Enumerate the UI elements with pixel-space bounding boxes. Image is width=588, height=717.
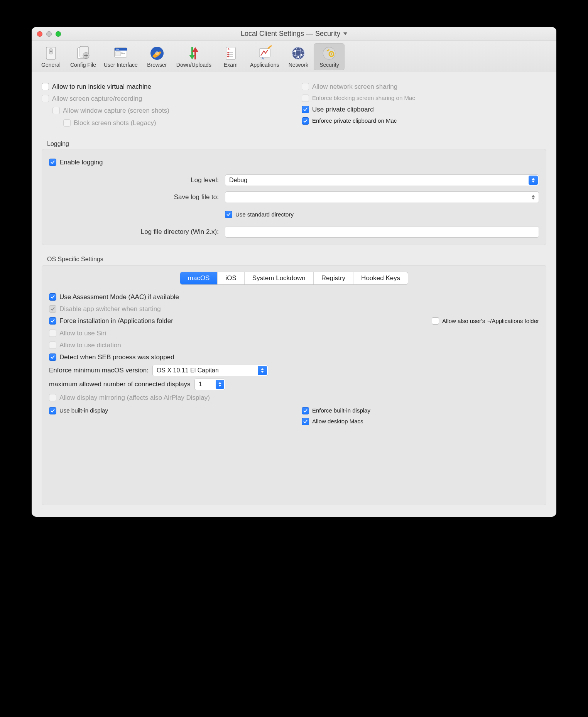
security-icon xyxy=(321,45,338,62)
updown-caret-icon xyxy=(216,380,224,389)
min-macos-select[interactable]: OS X 10.11 El Capitan xyxy=(152,365,268,376)
use-assessment-mode-label: Use Assessment Mode (AAC) if available xyxy=(59,292,179,302)
checkbox[interactable] xyxy=(42,83,49,90)
use-builtin-display-checkbox[interactable] xyxy=(49,407,56,414)
preferences-toolbar: GeneralConfig FileFileNewUser InterfaceB… xyxy=(32,41,556,72)
svg-point-13 xyxy=(155,51,159,55)
checkbox-label: Allow network screen sharing xyxy=(312,81,397,92)
checkbox-label: Block screen shots (Legacy) xyxy=(74,118,156,128)
svg-point-2 xyxy=(50,51,52,52)
svg-text:A-: A- xyxy=(228,48,231,51)
toolbar-tab-security[interactable]: Security xyxy=(314,43,345,70)
checkbox-label: Use private clipboard xyxy=(312,104,374,115)
force-install-applications-label: Force installation in /Applications fold… xyxy=(59,316,173,326)
logging-section-label: Logging xyxy=(47,140,546,147)
os-tab-macos[interactable]: macOS xyxy=(180,272,218,284)
toolbar-tab-applications[interactable]: AApplications xyxy=(246,43,283,70)
toolbar-tab-label: Security xyxy=(319,62,339,68)
log-level-select[interactable]: Debug xyxy=(225,174,539,186)
checkbox xyxy=(63,119,71,127)
checkbox xyxy=(302,83,309,90)
use-assessment-mode-checkbox[interactable] xyxy=(49,293,56,301)
toolbar-tab-user-interface[interactable]: FileNewUser Interface xyxy=(100,43,142,70)
updown-caret-icon xyxy=(529,193,538,202)
detect-seb-stopped-checkbox[interactable] xyxy=(49,353,56,361)
zoom-window-button[interactable] xyxy=(56,31,61,37)
os-specific-group: macOSiOSSystem LockdownRegistryHooked Ke… xyxy=(42,265,546,505)
allow-display-mirroring-checkbox xyxy=(49,394,56,401)
max-displays-select[interactable]: 1 xyxy=(194,379,225,390)
pane-security: Allow to run inside virtual machineAllow… xyxy=(32,72,556,517)
allow-siri-label: Allow to use Siri xyxy=(59,328,106,338)
log-level-value: Debug xyxy=(229,177,247,184)
enable-logging-checkbox[interactable] xyxy=(49,159,56,166)
svg-rect-16 xyxy=(259,49,270,57)
chevron-down-icon xyxy=(343,32,347,35)
checkbox-label: Allow to run inside virtual machine xyxy=(52,81,151,92)
preferences-window: Local Client Settings — Security General… xyxy=(32,27,556,517)
checkbox[interactable] xyxy=(302,117,309,125)
checkbox xyxy=(52,107,60,114)
toolbar-tab-general[interactable]: General xyxy=(35,43,66,70)
checkbox-label: Allow screen capture/recording xyxy=(52,93,142,104)
screensharing-clipboard-options: Allow network screen sharingEnforce bloc… xyxy=(302,80,546,130)
allow-desktop-macs-label: Allow desktop Macs xyxy=(312,417,363,426)
applications-icon: A xyxy=(256,45,273,62)
toolbar-tab-label: Network xyxy=(289,62,308,68)
os-tab-hooked-keys[interactable]: Hooked Keys xyxy=(353,272,408,284)
use-standard-directory-checkbox[interactable] xyxy=(225,211,232,218)
enable-logging-label: Enable logging xyxy=(59,157,103,167)
allow-dictation-checkbox xyxy=(49,342,56,349)
allow-display-mirroring-label: Allow display mirroring (affects also Ai… xyxy=(59,392,210,403)
toolbar-tab-label: Config File xyxy=(70,62,96,68)
toolbar-tab-label: Applications xyxy=(250,62,279,68)
updown-caret-icon xyxy=(529,176,538,185)
checkbox xyxy=(42,95,49,102)
toolbar-tab-label: User Interface xyxy=(104,62,138,68)
toolbar-tab-network[interactable]: Network xyxy=(283,43,314,70)
save-log-to-select[interactable] xyxy=(225,191,539,203)
max-displays-label: maximum allowed number of connected disp… xyxy=(49,380,191,388)
allow-siri-checkbox xyxy=(49,330,56,337)
toolbar-tab-browser[interactable]: Browser xyxy=(142,43,172,70)
toolbar-tab-exam[interactable]: A-Exam xyxy=(215,43,246,70)
updown-caret-icon xyxy=(258,366,267,375)
svg-point-28 xyxy=(331,53,332,55)
os-tab-system-lockdown[interactable]: System Lockdown xyxy=(245,272,314,284)
min-macos-label: Enforce minimum macOS version: xyxy=(49,367,149,374)
disable-app-switcher-checkbox xyxy=(49,305,56,313)
min-macos-value: OS X 10.11 El Capitan xyxy=(157,367,219,374)
allow-desktop-macs-checkbox[interactable] xyxy=(302,418,309,425)
network-icon xyxy=(290,45,307,62)
svg-text:File: File xyxy=(116,48,119,51)
checkbox-label: Enforce private clipboard on Mac xyxy=(312,116,397,125)
user-interface-icon: FileNew xyxy=(112,45,129,62)
allow-user-applications-checkbox[interactable] xyxy=(432,317,439,325)
use-builtin-display-label: Use built-in display xyxy=(59,406,108,415)
toolbar-tab-down-uploads[interactable]: Down/Uploads xyxy=(172,43,215,70)
checkbox-label: Enforce blocking screen sharing on Mac xyxy=(312,93,415,103)
checkbox xyxy=(302,95,309,102)
os-tab-registry[interactable]: Registry xyxy=(314,272,353,284)
toolbar-tab-label: General xyxy=(41,62,61,68)
svg-point-22 xyxy=(294,50,296,52)
os-tab-ios[interactable]: iOS xyxy=(218,272,244,284)
config-file-icon xyxy=(74,45,91,62)
title-bar: Local Client Settings — Security xyxy=(32,27,556,41)
detect-seb-stopped-label: Detect when SEB process was stopped xyxy=(59,352,174,362)
force-install-applications-checkbox[interactable] xyxy=(49,317,56,325)
close-window-button[interactable] xyxy=(37,31,42,37)
log-file-directory-win-input[interactable] xyxy=(225,226,539,238)
toolbar-tab-config-file[interactable]: Config File xyxy=(66,43,100,70)
disable-app-switcher-label: Disable app switcher when starting xyxy=(59,304,161,314)
window-title[interactable]: Local Client Settings — Security xyxy=(32,30,556,38)
general-icon xyxy=(42,45,59,62)
toolbar-tab-label: Down/Uploads xyxy=(176,62,211,68)
browser-icon xyxy=(149,45,166,62)
enforce-builtin-display-checkbox[interactable] xyxy=(302,407,309,414)
window-title-prefix: Local Client Settings — xyxy=(241,30,313,38)
enforce-builtin-display-label: Enforce built-in display xyxy=(312,406,370,415)
checkbox[interactable] xyxy=(302,106,309,113)
os-specific-section-label: OS Specific Settings xyxy=(47,256,546,263)
allow-user-applications-label: Allow also user's ~/Applications folder xyxy=(442,316,539,326)
